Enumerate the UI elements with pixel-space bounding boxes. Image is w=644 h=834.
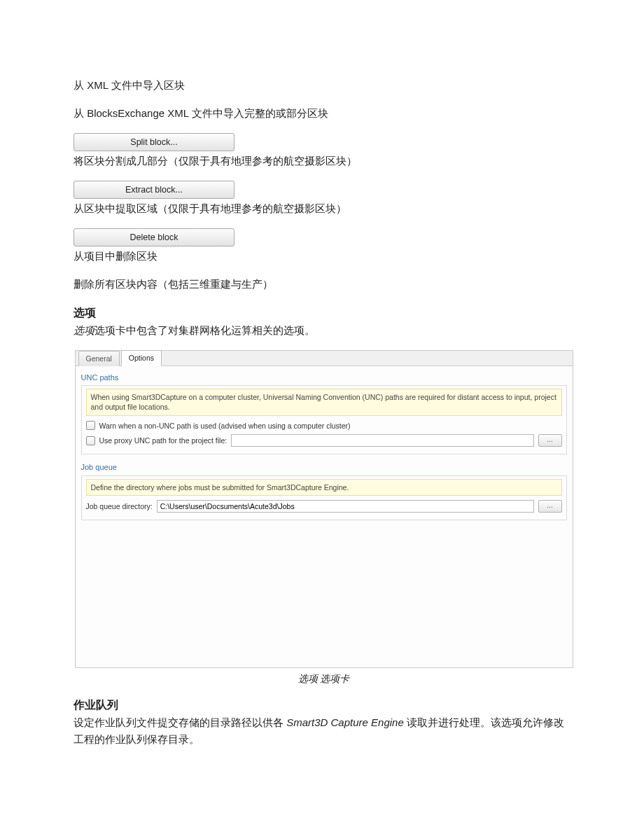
jobq-dir-label: Job queue directory: [86, 501, 153, 513]
split-desc-text: 将区块分割成几部分（仅限于具有地理参考的航空摄影区块） [74, 153, 574, 169]
unc-info-banner: When using Smart3DCapture on a computer … [86, 389, 562, 415]
options-panel: General Options UNC paths When using Sma… [75, 350, 573, 668]
options-caption: 选项 选项卡 [74, 671, 574, 686]
jobq-dir-browse-button[interactable]: ... [538, 500, 562, 513]
delete-desc-text: 从项目中删除区块 [74, 248, 574, 265]
jobq-dir-input[interactable] [157, 500, 534, 513]
jobqueue-desc: 设定作业队列文件提交存储的目录路径以供各 Smart3D Capture Eng… [74, 714, 574, 748]
jobqueue-heading: 作业队列 [74, 696, 574, 714]
jobq-group-label: Job queue [81, 461, 567, 474]
delete-block-button[interactable]: Delete block [74, 228, 234, 246]
unc-proxy-browse-button[interactable]: ... [538, 434, 562, 447]
unc-proxy-row: Use proxy UNC path for the project file:… [86, 434, 562, 447]
tab-options[interactable]: Options [121, 350, 162, 366]
unc-proxy-label: Use proxy UNC path for the project file: [99, 435, 227, 447]
extract-block-button[interactable]: Extract block... [74, 181, 234, 199]
jobqueue-desc-a: 设定作业队列文件提交存储的目录路径以供各 [74, 716, 286, 728]
unc-proxy-checkbox[interactable] [86, 436, 95, 445]
unc-proxy-input[interactable] [231, 434, 533, 447]
panel-body: UNC paths When using Smart3DCapture on a… [76, 366, 573, 667]
extract-desc-text: 从区块中提取区域（仅限于具有地理参考的航空摄影区块） [74, 200, 574, 217]
unc-warn-label: Warn when a non-UNC path is used (advise… [99, 420, 351, 432]
import-xml-text: 从 XML 文件中导入区块 [74, 77, 574, 94]
jobq-dir-row: Job queue directory: ... [86, 500, 562, 513]
unc-warn-checkbox[interactable] [86, 421, 95, 430]
tabs-strip: General Options [76, 351, 573, 366]
jobq-group: Define the directory where jobs must be … [81, 475, 567, 520]
jobq-info-banner: Define the directory where jobs must be … [86, 479, 562, 496]
delete-all-text: 删除所有区块内容（包括三维重建与生产） [74, 276, 574, 293]
unc-group: When using Smart3DCapture on a computer … [81, 385, 567, 454]
options-heading: 选项 [74, 304, 574, 322]
unc-warn-row: Warn when a non-UNC path is used (advise… [86, 420, 562, 432]
options-intro-prefix: 选项 [74, 324, 94, 336]
import-bex-text: 从 BlocksExchange XML 文件中导入完整的或部分区块 [74, 105, 574, 122]
tab-general[interactable]: General [78, 351, 120, 366]
options-intro-text: 选项选项卡中包含了对集群网格化运算相关的选项。 [74, 322, 574, 339]
unc-group-label: UNC paths [81, 372, 567, 384]
jobqueue-engine-name: Smart3D Capture Engine [286, 716, 404, 728]
split-block-button[interactable]: Split block... [74, 133, 234, 151]
options-intro-rest: 选项卡中包含了对集群网格化运算相关的选项。 [94, 324, 315, 336]
